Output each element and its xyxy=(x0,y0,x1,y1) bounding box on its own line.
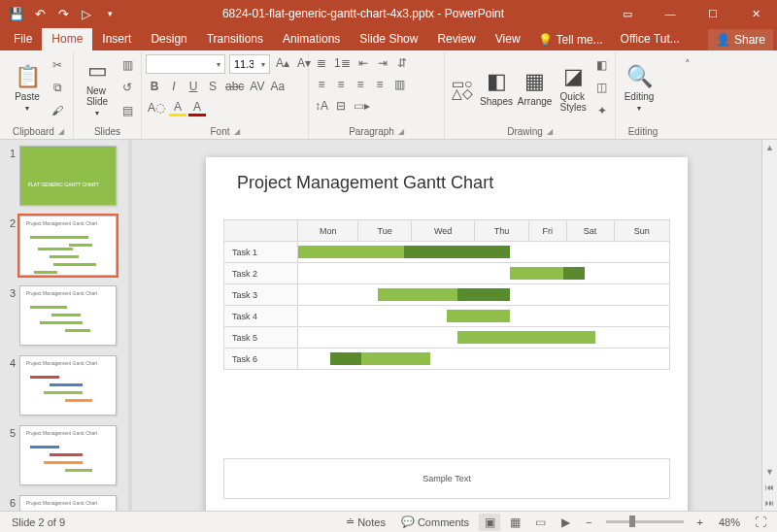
tab-file[interactable]: File xyxy=(4,28,42,50)
notes-button[interactable]: ≐Notes xyxy=(340,515,391,528)
font-size-input[interactable] xyxy=(230,58,257,70)
align-right-button[interactable]: ≡ xyxy=(352,76,369,93)
slide-edit-area[interactable]: Project Management Gantt Chart MonTueWed… xyxy=(132,140,761,511)
shape-effects-button[interactable]: ✦ xyxy=(593,102,611,119)
zoom-level[interactable]: 48% xyxy=(713,516,746,528)
slide-title[interactable]: Project Management Gantt Chart xyxy=(237,173,493,193)
zoom-in-button[interactable]: + xyxy=(692,516,709,528)
new-slide-button[interactable]: ▭ New Slide▾ xyxy=(78,54,117,121)
quick-styles-button[interactable]: ◪Quick Styles xyxy=(555,54,591,121)
font-family-combo[interactable]: ▾ xyxy=(146,54,225,74)
layout-button[interactable]: ▥ xyxy=(118,56,136,74)
undo-button[interactable]: ↶ xyxy=(29,3,51,24)
editing-dropdown[interactable]: 🔍Editing▾ xyxy=(620,54,659,121)
slide-thumb-2[interactable]: Project Management Gantt Chart xyxy=(19,216,117,276)
tab-slideshow[interactable]: Slide Show xyxy=(350,28,427,50)
format-painter-button[interactable]: 🖌 xyxy=(49,102,66,119)
tab-addin-office[interactable]: Office Tut... xyxy=(611,28,690,50)
scroll-up-button[interactable]: ▲ xyxy=(762,140,777,155)
start-from-beginning-button[interactable]: ▷ xyxy=(76,3,97,24)
tab-design[interactable]: Design xyxy=(141,28,196,50)
reset-button[interactable]: ↺ xyxy=(118,79,136,96)
vertical-scrollbar[interactable]: ▲ ▼ ⏮ ⏭ xyxy=(761,140,777,511)
arrange-button[interactable]: ▦Arrange xyxy=(517,54,554,121)
clipboard-launcher[interactable]: ◢ xyxy=(58,127,64,136)
line-spacing-button[interactable]: ⇵ xyxy=(393,54,411,72)
shape-fill-button[interactable]: ◧ xyxy=(593,56,611,74)
numbering-button[interactable]: 1≣ xyxy=(332,54,353,72)
scroll-down-button[interactable]: ▼ xyxy=(762,464,777,480)
tab-home[interactable]: Home xyxy=(42,28,92,50)
close-button[interactable]: ✕ xyxy=(734,0,777,27)
tab-view[interactable]: View xyxy=(486,28,530,50)
justify-button[interactable]: ≡ xyxy=(371,76,388,93)
qat-customize-button[interactable]: ▾ xyxy=(99,3,120,24)
smartart-button[interactable]: ▭▸ xyxy=(352,97,372,115)
clear-formatting-button[interactable]: A◌ xyxy=(146,99,167,116)
redo-button[interactable]: ↷ xyxy=(52,3,74,24)
collapse-ribbon-button[interactable]: ˄ xyxy=(670,52,705,139)
gantt-chart[interactable]: MonTueWedThuFriSatSunTask 1Task 2Task 3T… xyxy=(223,219,670,370)
paragraph-launcher[interactable]: ◢ xyxy=(398,127,404,136)
zoom-out-button[interactable]: − xyxy=(580,516,597,528)
tab-transitions[interactable]: Transitions xyxy=(197,28,273,50)
underline-button[interactable]: U xyxy=(185,78,202,95)
shapes-button[interactable]: ◧Shapes xyxy=(478,54,515,121)
chevron-down-icon[interactable]: ▾ xyxy=(257,60,269,69)
fit-to-window-button[interactable]: ⛶ xyxy=(750,514,771,531)
gallery-shapes[interactable]: ▭○△◇ xyxy=(449,54,476,121)
strike-button[interactable]: abc xyxy=(223,78,246,95)
font-family-input[interactable] xyxy=(147,58,213,70)
slide-thumb-4[interactable]: Project Management Gantt Chart xyxy=(19,355,117,416)
tab-animations[interactable]: Animations xyxy=(273,28,350,50)
spacing-button[interactable]: AV xyxy=(248,78,266,95)
slide-canvas[interactable]: Project Management Gantt Chart MonTueWed… xyxy=(206,157,688,511)
change-case-button[interactable]: Aa xyxy=(268,78,287,95)
share-button[interactable]: 👤Share xyxy=(708,29,773,50)
highlight-button[interactable]: A xyxy=(169,99,186,116)
tab-review[interactable]: Review xyxy=(427,28,485,50)
slide-thumb-1[interactable]: FLAT GENERIC GANTT CHART xyxy=(19,146,117,206)
cut-button[interactable]: ✂ xyxy=(49,56,66,74)
decrease-indent-button[interactable]: ⇤ xyxy=(355,54,372,72)
font-launcher[interactable]: ◢ xyxy=(234,127,240,136)
align-left-button[interactable]: ≡ xyxy=(313,76,330,93)
comments-button[interactable]: 💬Comments xyxy=(395,515,475,528)
italic-button[interactable]: I xyxy=(165,78,183,95)
slide-indicator[interactable]: Slide 2 of 9 xyxy=(6,516,71,528)
tell-me-search[interactable]: 💡Tell me... xyxy=(530,29,611,50)
bullets-button[interactable]: ≣ xyxy=(313,54,330,72)
slideshow-view-button[interactable]: ▶ xyxy=(555,514,576,531)
sample-text-box[interactable]: Sample Text xyxy=(223,458,670,499)
increase-indent-button[interactable]: ⇥ xyxy=(374,54,391,72)
minimize-button[interactable]: — xyxy=(649,0,692,27)
font-size-combo[interactable]: ▾ xyxy=(229,54,270,74)
tab-insert[interactable]: Insert xyxy=(92,28,141,50)
prev-slide-button[interactable]: ⏮ xyxy=(762,480,777,495)
chevron-down-icon[interactable]: ▾ xyxy=(213,60,224,69)
sorter-view-button[interactable]: ▦ xyxy=(504,514,525,531)
slide-thumbnail-panel[interactable]: 1FLAT GENERIC GANTT CHART2Project Manage… xyxy=(0,140,128,511)
text-direction-button[interactable]: ↕A xyxy=(313,97,330,115)
columns-button[interactable]: ▥ xyxy=(390,76,408,93)
section-button[interactable]: ▤ xyxy=(118,102,136,119)
maximize-button[interactable]: ☐ xyxy=(692,0,734,27)
font-color-button[interactable]: A xyxy=(188,99,206,116)
bold-button[interactable]: B xyxy=(146,78,163,95)
slide-thumb-6[interactable]: Project Management Gantt Chart xyxy=(19,495,117,511)
increase-font-button[interactable]: A▴ xyxy=(274,54,291,72)
slide-thumb-3[interactable]: Project Management Gantt Chart xyxy=(19,285,117,346)
save-button[interactable]: 💾 xyxy=(6,3,27,24)
shape-outline-button[interactable]: ◫ xyxy=(593,79,611,96)
normal-view-button[interactable]: ▣ xyxy=(479,514,500,531)
slide-thumb-5[interactable]: Project Management Gantt Chart xyxy=(19,425,117,485)
zoom-slider[interactable] xyxy=(606,520,684,523)
align-center-button[interactable]: ≡ xyxy=(332,76,350,93)
drawing-launcher[interactable]: ◢ xyxy=(547,127,553,136)
align-text-button[interactable]: ⊟ xyxy=(332,97,350,115)
reading-view-button[interactable]: ▭ xyxy=(529,514,551,531)
ribbon-display-options-button[interactable]: ▭ xyxy=(606,0,649,27)
next-slide-button[interactable]: ⏭ xyxy=(762,495,777,511)
paste-button[interactable]: 📋 Paste▾ xyxy=(8,54,47,121)
zoom-thumb[interactable] xyxy=(629,515,635,527)
